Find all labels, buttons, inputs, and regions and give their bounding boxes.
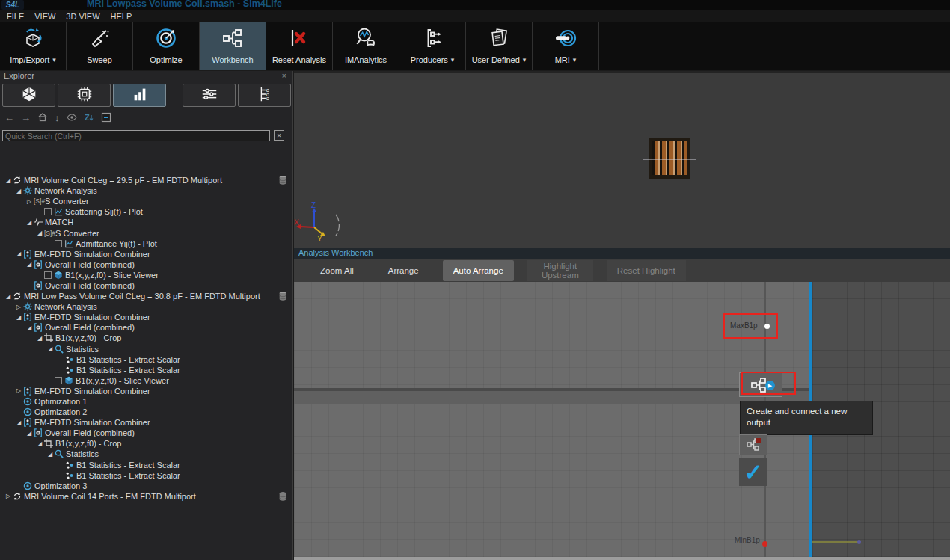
- tree-row-em-fdtd-simulation-combiner[interactable]: ▷EM-FDTD Simulation Combiner: [0, 386, 292, 396]
- tree-item-label[interactable]: Optimization 3: [34, 481, 87, 490]
- close-icon[interactable]: ×: [282, 71, 286, 80]
- collapse-icon[interactable]: ◢: [25, 324, 34, 331]
- create-output-button[interactable]: ▶: [739, 372, 782, 397]
- tree-row-mri-low-pass-volume-coil-cleg-30-8-pf-em-fdtd-multiport[interactable]: ◢MRI Low Pass Volume Coil CLeg = 30.8 pF…: [0, 291, 292, 301]
- min-port-dot[interactable]: [762, 541, 767, 547]
- toolbar-button-user-defined[interactable]: User Defined▾: [466, 22, 533, 70]
- toolbar-button-imanalytics[interactable]: IMAnalytics: [333, 22, 399, 70]
- tree-item-label[interactable]: EM-FDTD Simulation Combiner: [34, 250, 150, 259]
- toolbar-button-producers[interactable]: Producers▾: [399, 22, 466, 70]
- menu-item-view[interactable]: VIEW: [29, 12, 61, 21]
- tree-item-label[interactable]: Overall Field (combined): [45, 260, 135, 269]
- dropdown-arrow-icon[interactable]: ▾: [52, 56, 56, 64]
- toolbar-button-reset-analysis[interactable]: Reset Analysis: [266, 22, 333, 70]
- collapse-icon[interactable]: ◢: [14, 250, 23, 257]
- menu-item-help[interactable]: HELP: [105, 12, 138, 21]
- dropdown-arrow-icon[interactable]: ▾: [451, 56, 455, 64]
- collapse-icon[interactable]: ◢: [25, 219, 34, 226]
- tree-row-b1-statistics-extract-scalar[interactable]: B1 Statistics - Extract Scalar: [0, 365, 292, 375]
- toolbar-button-optimize[interactable]: Optimize: [133, 22, 200, 70]
- collapse-icon[interactable]: ◢: [14, 314, 23, 321]
- tree-item-label[interactable]: S Converter: [55, 229, 99, 238]
- collapse-icon[interactable]: ◢: [4, 177, 13, 184]
- tree-row-optimization-3[interactable]: Optimization 3: [0, 481, 292, 491]
- back-arrow-icon[interactable]: ←: [4, 113, 14, 123]
- collapse-icon[interactable]: ◢: [35, 440, 44, 447]
- tree-item-label[interactable]: MRI Volume Coil 14 Ports - EM FDTD Multi…: [24, 492, 196, 501]
- expand-icon[interactable]: ▷: [14, 387, 23, 394]
- tree-row-mri-volume-coil-cleg-29-5-pf-em-fdtd-multiport[interactable]: ◢MRI Volume Coil CLeg = 29.5 pF - EM FDT…: [0, 175, 292, 185]
- collapse-icon[interactable]: ◢: [46, 345, 55, 352]
- collapse-icon[interactable]: ◢: [25, 430, 34, 437]
- toolbar-button-sweep[interactable]: Sweep: [67, 22, 133, 70]
- tree-item-label[interactable]: MRI Volume Coil CLeg = 29.5 pF - EM FDTD…: [24, 176, 222, 185]
- collapse-icon[interactable]: ◢: [46, 451, 55, 458]
- tree-item-label[interactable]: B1(x,y,z,f0) - Crop: [55, 439, 121, 448]
- tree-item-label[interactable]: B1(x,y,z,f0) - Slice Viewer: [76, 376, 169, 385]
- dropdown-arrow-icon[interactable]: ▾: [573, 56, 577, 64]
- create-output-alt-button[interactable]: [739, 434, 767, 455]
- dropdown-arrow-icon[interactable]: ▾: [523, 56, 527, 64]
- coil-model[interactable]: [649, 138, 690, 179]
- tree-row-overall-field-combined[interactable]: ◢Overall Field (combined): [0, 322, 292, 333]
- tree-row-s-converter[interactable]: ◢[S]#S Converter: [0, 227, 292, 238]
- tree-item-label[interactable]: B1 Statistics - Extract Scalar: [76, 355, 180, 364]
- workbench-button-auto-arrange[interactable]: Auto Arrange: [443, 260, 514, 281]
- tree-row-statistics[interactable]: ◢Statistics: [0, 449, 292, 459]
- collapse-icon[interactable]: ◢: [14, 188, 23, 194]
- tree-item-label[interactable]: B1 Statistics - Extract Scalar: [76, 366, 180, 375]
- tree-row-overall-field-combined[interactable]: Overall Field (combined): [0, 280, 292, 291]
- tree-item-label[interactable]: Overall Field (combined): [45, 428, 135, 437]
- eye-icon[interactable]: [67, 112, 77, 125]
- tree-row-b1-x-y-z-f0-crop[interactable]: ◢B1(x,y,z,f0) - Crop: [0, 438, 292, 449]
- tree-row-b1-x-y-z-f0-crop[interactable]: ◢B1(x,y,z,f0) - Crop: [0, 333, 292, 343]
- tree-row-mri-volume-coil-14-ports-em-fdtd-multiport[interactable]: ▷MRI Volume Coil 14 Ports - EM FDTD Mult…: [0, 491, 292, 502]
- tree-row-b1-statistics-extract-scalar[interactable]: B1 Statistics - Extract Scalar: [0, 470, 292, 481]
- tree-item-label[interactable]: Network Analysis: [34, 302, 97, 311]
- tree-row-optimization-2[interactable]: Optimization 2: [0, 407, 292, 417]
- tree-item-label[interactable]: EM-FDTD Simulation Combiner: [34, 418, 150, 427]
- tree-item-label[interactable]: B1(x,y,z,f0) - Crop: [55, 333, 121, 342]
- tree-item-label[interactable]: EM-FDTD Simulation Combiner: [34, 313, 150, 321]
- visibility-checkbox[interactable]: [44, 208, 52, 215]
- canvas-scrollbar[interactable]: [294, 557, 950, 560]
- explorer-tab-analysis-bars-icon[interactable]: [113, 84, 166, 107]
- tree-item-label[interactable]: S Converter: [45, 197, 89, 206]
- explorer-tab-simulation-chip-icon[interactable]: [58, 84, 111, 107]
- expand-icon[interactable]: ▷: [14, 304, 23, 310]
- toolbar-button-mri[interactable]: MRI▾: [533, 22, 599, 70]
- 3d-viewport[interactable]: Z X Y: [294, 71, 950, 248]
- tree-item-label[interactable]: B1 Statistics - Extract Scalar: [76, 461, 180, 470]
- collapse-icon[interactable]: ◢: [35, 335, 44, 342]
- tree-row-em-fdtd-simulation-combiner[interactable]: ◢EM-FDTD Simulation Combiner: [0, 249, 292, 259]
- explorer-tab-parameters-sliders-icon[interactable]: [183, 84, 236, 107]
- tree-item-label[interactable]: Overall Field (combined): [45, 323, 135, 332]
- collapse-icon[interactable]: ◢: [4, 293, 13, 300]
- clear-search-icon[interactable]: ✕: [274, 130, 284, 141]
- tree-item-label[interactable]: Statistics: [66, 449, 99, 458]
- workbench-button-arrange[interactable]: Arrange: [378, 260, 429, 281]
- tree-row-optimization-1[interactable]: Optimization 1: [0, 396, 292, 407]
- menu-item-3d-view[interactable]: 3D VIEW: [61, 12, 105, 21]
- tree-item-label[interactable]: MRI Low Pass Volume Coil CLeg = 30.8 pF …: [24, 292, 260, 301]
- tree-row-s-converter[interactable]: ▷[S]#S Converter: [0, 196, 292, 206]
- tree-item-label[interactable]: Optimization 2: [34, 407, 87, 416]
- sort-z-icon[interactable]: Z: [84, 112, 94, 125]
- checkbox-minus-icon[interactable]: [101, 112, 111, 125]
- visibility-checkbox[interactable]: [55, 377, 62, 384]
- tree-row-b1-statistics-extract-scalar[interactable]: B1 Statistics - Extract Scalar: [0, 354, 292, 365]
- forward-arrow-icon[interactable]: →: [21, 113, 31, 123]
- tree-item-label[interactable]: Overall Field (combined): [45, 281, 135, 290]
- tree-row-b1-x-y-z-f0-slice-viewer[interactable]: B1(x,y,z,f0) - Slice Viewer: [0, 375, 292, 386]
- tree-item-label[interactable]: B1(x,y,z,f0) - Slice Viewer: [65, 271, 159, 280]
- tree-row-em-fdtd-simulation-combiner[interactable]: ◢EM-FDTD Simulation Combiner: [0, 312, 292, 322]
- tree-item-label[interactable]: Scattering Sij(f) - Plot: [65, 207, 143, 216]
- tree-item-label[interactable]: MATCH: [45, 218, 73, 227]
- collapse-icon[interactable]: ◢: [25, 261, 34, 268]
- tree-item-label[interactable]: Admittance Yij(f) - Plot: [76, 239, 157, 248]
- tree-row-match[interactable]: ◢MATCH: [0, 217, 292, 227]
- expand-icon[interactable]: ▷: [4, 493, 13, 499]
- workbench-canvas[interactable]: MaxB1p ▶ Create and connect a new output…: [294, 282, 950, 560]
- expand-icon[interactable]: ▷: [25, 198, 34, 205]
- tree-row-overall-field-combined[interactable]: ◢Overall Field (combined): [0, 259, 292, 270]
